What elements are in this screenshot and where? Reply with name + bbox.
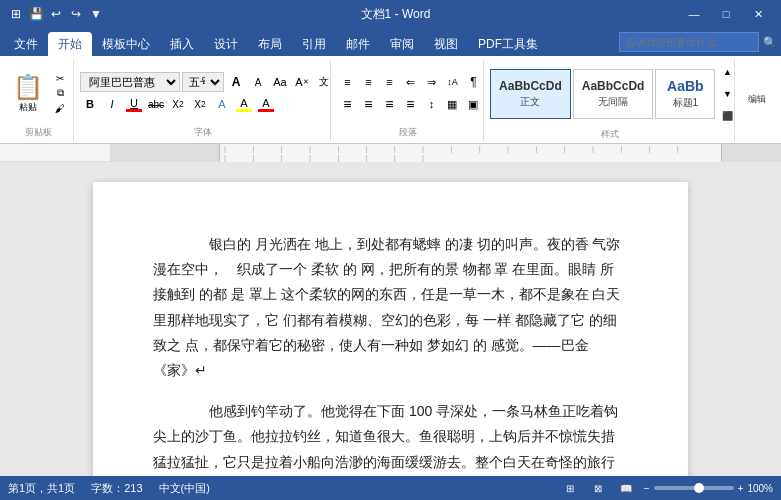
bullets-button[interactable]: ≡ xyxy=(337,72,357,92)
styles-gallery: AaBbCcDd 正文 AaBbCcDd 无间隔 AaBb 标题1 ▲ ▼ ⬛ xyxy=(490,62,737,126)
borders-button[interactable]: ▣ xyxy=(463,94,483,114)
grow-font-button[interactable]: A xyxy=(226,72,246,92)
close-button[interactable]: ✕ xyxy=(743,0,773,28)
bold-button[interactable]: B xyxy=(80,94,100,114)
window-title: 文档1 - Word xyxy=(112,6,679,23)
cut-button[interactable]: ✂ xyxy=(50,71,70,85)
paste-icon: 📋 xyxy=(13,73,43,101)
phonetic-guide-button[interactable]: 文 xyxy=(314,72,334,92)
language-indicator: 中文(中国) xyxy=(159,481,210,496)
align-right-button[interactable]: ≡ xyxy=(379,94,399,114)
print-layout-btn[interactable]: ⊞ xyxy=(560,480,580,496)
tab-file[interactable]: 文件 xyxy=(4,32,48,56)
tab-template[interactable]: 模板中心 xyxy=(92,32,160,56)
style-heading1[interactable]: AaBb 标题1 xyxy=(655,69,715,119)
minimize-button[interactable]: — xyxy=(679,0,709,28)
ribbon-content: 📋 粘贴 ✂ ⧉ 🖌 剪贴板 阿里巴巴普惠 五号 xyxy=(0,56,781,144)
save-quickbtn[interactable]: 💾 xyxy=(28,6,44,22)
styles-expand[interactable]: ⬛ xyxy=(717,106,737,126)
clipboard-group: 📋 粘贴 ✂ ⧉ 🖌 剪贴板 xyxy=(4,60,74,141)
document-area: 银白的 月光洒在 地上，到处都有蟋蟀 的凄 切的叫声。夜的香 气弥漫在空中， 织… xyxy=(0,162,781,476)
style-normal-preview: AaBbCcDd xyxy=(499,79,562,93)
paragraph-group-content: ≡ ≡ ≡ ⇐ ⇒ ↕A ¶ ≡ ≡ ≡ ≡ ↕ ▦ ▣ xyxy=(337,62,479,124)
strikethrough-button[interactable]: abc xyxy=(146,94,166,114)
status-right: ⊞ ⊠ 📖 − + 100% xyxy=(560,480,773,496)
font-size-select[interactable]: 五号 初号 小初 一号 小一 二号 小二 三号 小三 四号 小四 五号 小五 六… xyxy=(182,72,224,92)
customize-quickbtn[interactable]: ▼ xyxy=(88,6,104,22)
superscript-button[interactable]: X2 xyxy=(190,94,210,114)
tab-insert[interactable]: 插入 xyxy=(160,32,204,56)
tell-me-input[interactable] xyxy=(619,32,759,52)
web-layout-btn[interactable]: ⊠ xyxy=(588,480,608,496)
styles-group-content: AaBbCcDd 正文 AaBbCcDd 无间隔 AaBb 标题1 ▲ ▼ ⬛ xyxy=(490,62,730,126)
search-icon: 🔍 xyxy=(763,36,777,49)
zoom-in-btn[interactable]: + xyxy=(738,483,744,494)
style-heading1-preview: AaBb xyxy=(667,78,704,94)
para-row-1: ≡ ≡ ≡ ⇐ ⇒ ↕A ¶ xyxy=(337,72,483,92)
styles-group: AaBbCcDd 正文 AaBbCcDd 无间隔 AaBb 标题1 ▲ ▼ ⬛ … xyxy=(486,60,735,141)
shading-button[interactable]: ▦ xyxy=(442,94,462,114)
undo-quickbtn[interactable]: ↩ xyxy=(48,6,64,22)
line-spacing-button[interactable]: ↕ xyxy=(421,94,441,114)
maximize-button[interactable]: □ xyxy=(711,0,741,28)
increase-indent-button[interactable]: ⇒ xyxy=(421,72,441,92)
redo-quickbtn[interactable]: ↪ xyxy=(68,6,84,22)
quick-access-toolbar: ⊞ 💾 ↩ ↪ ▼ xyxy=(8,6,104,22)
font-color-button[interactable]: A xyxy=(256,94,276,114)
font-toolbar: 阿里巴巴普惠 五号 初号 小初 一号 小一 二号 小二 三号 小三 四号 小四 xyxy=(80,72,334,114)
style-no-spacing[interactable]: AaBbCcDd 无间隔 xyxy=(573,69,654,119)
page-info: 第1页，共1页 xyxy=(8,481,75,496)
subscript-button[interactable]: X2 xyxy=(168,94,188,114)
show-marks-button[interactable]: ¶ xyxy=(463,72,483,92)
styles-scroll-down[interactable]: ▼ xyxy=(717,84,737,104)
format-painter-button[interactable]: 🖌 xyxy=(50,101,70,115)
align-center-button[interactable]: ≡ xyxy=(358,94,378,114)
tab-design[interactable]: 设计 xyxy=(204,32,248,56)
tab-layout[interactable]: 布局 xyxy=(248,32,292,56)
style-heading1-label: 标题1 xyxy=(673,96,699,110)
sort-button[interactable]: ↕A xyxy=(442,72,462,92)
ribbon-tab-bar: 文件 开始 模板中心 插入 设计 布局 引用 邮件 审阅 视图 PDF工具集 🔍 xyxy=(0,28,781,56)
copy-button[interactable]: ⧉ xyxy=(50,86,70,100)
status-bar: 第1页，共1页 字数：213 中文(中国) ⊞ ⊠ 📖 − + 100% xyxy=(0,476,781,500)
font-name-select[interactable]: 阿里巴巴普惠 xyxy=(80,72,180,92)
paste-label: 粘贴 xyxy=(19,101,37,114)
ruler-right-margin xyxy=(721,144,781,161)
tab-home[interactable]: 开始 xyxy=(48,32,92,56)
multilevel-button[interactable]: ≡ xyxy=(379,72,399,92)
tab-review[interactable]: 审阅 xyxy=(380,32,424,56)
window-controls: — □ ✕ xyxy=(679,0,773,28)
shrink-font-button[interactable]: A xyxy=(248,72,268,92)
paste-button[interactable]: 📋 粘贴 xyxy=(8,71,48,115)
underline-button[interactable]: U xyxy=(124,94,144,114)
clipboard-group-content: 📋 粘贴 ✂ ⧉ 🖌 xyxy=(8,62,69,124)
change-case-button[interactable]: Aa xyxy=(270,72,290,92)
read-mode-btn[interactable]: 📖 xyxy=(616,480,636,496)
tab-references[interactable]: 引用 xyxy=(292,32,336,56)
tab-view[interactable]: 视图 xyxy=(424,32,468,56)
justify-button[interactable]: ≡ xyxy=(400,94,420,114)
styles-scroll-up[interactable]: ▲ xyxy=(717,62,737,82)
text-effect-button[interactable]: A xyxy=(212,94,232,114)
decrease-indent-button[interactable]: ⇐ xyxy=(400,72,420,92)
tab-mailings[interactable]: 邮件 xyxy=(336,32,380,56)
title-bar: ⊞ 💾 ↩ ↪ ▼ 文档1 - Word — □ ✕ xyxy=(0,0,781,28)
zoom-slider[interactable] xyxy=(654,486,734,490)
numbering-button[interactable]: ≡ xyxy=(358,72,378,92)
font-label: 字体 xyxy=(80,124,326,139)
font-row-1: 阿里巴巴普惠 五号 初号 小初 一号 小一 二号 小二 三号 小三 四号 小四 xyxy=(80,72,334,92)
zoom-out-btn[interactable]: − xyxy=(644,483,650,494)
styles-scroll-buttons: ▲ ▼ ⬛ xyxy=(717,62,737,126)
style-nospacing-label: 无间隔 xyxy=(598,95,628,109)
style-normal[interactable]: AaBbCcDd 正文 xyxy=(490,69,571,119)
edit-group: 编辑 xyxy=(737,60,777,141)
align-left-button[interactable]: ≡ xyxy=(337,94,357,114)
clear-formatting-button[interactable]: A✕ xyxy=(292,72,312,92)
tab-pdf[interactable]: PDF工具集 xyxy=(468,32,548,56)
highlight-button[interactable]: A xyxy=(234,94,254,114)
document-page: 银白的 月光洒在 地上，到处都有蟋蟀 的凄 切的叫声。夜的香 气弥漫在空中， 织… xyxy=(93,182,688,476)
paragraph-2: 他感到钓竿动了。他觉得在下面 100 寻深处，一条马林鱼正吃着钩尖上的沙丁鱼。他… xyxy=(153,399,628,476)
italic-button[interactable]: I xyxy=(102,94,122,114)
edit-button[interactable]: 编辑 xyxy=(748,93,766,106)
zoom-control: − + 100% xyxy=(644,483,773,494)
